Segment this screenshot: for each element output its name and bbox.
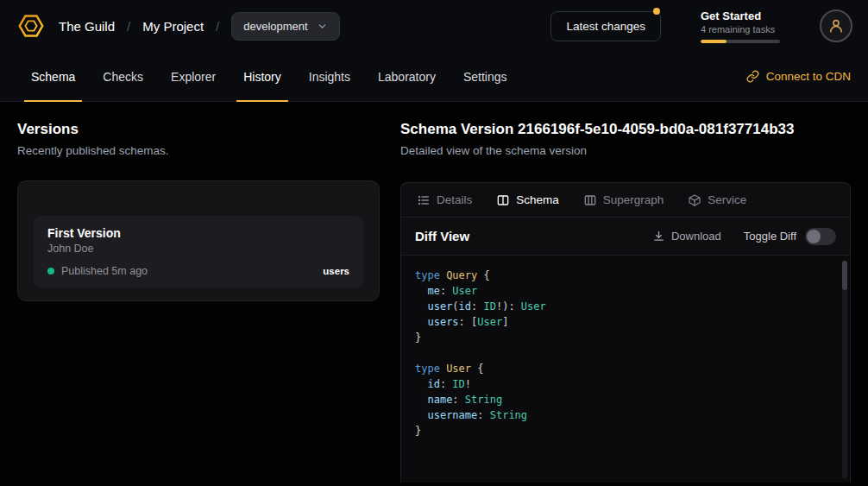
list-icon xyxy=(417,193,431,207)
tab-supergraph[interactable]: Supergraph xyxy=(583,193,664,207)
breadcrumb: The Guild / My Project / development xyxy=(16,10,340,41)
breadcrumb-project[interactable]: My Project xyxy=(142,19,204,34)
code-line: type Query { xyxy=(415,268,836,283)
get-started-progress xyxy=(701,40,780,43)
chevron-down-icon xyxy=(317,21,328,32)
version-status: Published 5m ago xyxy=(61,265,148,277)
service-name-badge: users xyxy=(323,266,349,276)
versions-section: Versions Recently published schemas. Fir… xyxy=(17,102,380,301)
nav-tab-label: Explorer xyxy=(171,70,216,84)
toggle-knob xyxy=(807,230,821,243)
versions-card: First Version John Doe Published 5m ago … xyxy=(17,180,380,301)
download-button[interactable]: Download xyxy=(652,230,721,243)
nav-tab-label: Settings xyxy=(463,70,507,84)
nav-tab-label: History xyxy=(243,70,281,84)
tab-label: Supergraph xyxy=(603,193,664,206)
notification-dot xyxy=(653,8,660,15)
toggle-diff-switch[interactable] xyxy=(805,228,836,245)
tab-label: Schema xyxy=(516,193,559,206)
nav-tab-laboratory[interactable]: Laboratory xyxy=(364,52,450,101)
nav-tab-settings[interactable]: Settings xyxy=(450,52,521,101)
get-started-progress-fill xyxy=(701,40,726,43)
app: The Guild / My Project / development Lat… xyxy=(0,0,868,486)
app-header: The Guild / My Project / development Lat… xyxy=(0,0,868,52)
code-line: me: User xyxy=(415,283,836,299)
service-box-icon xyxy=(688,193,701,207)
code-line: id: ID! xyxy=(415,376,836,392)
version-detail-panel: Details Schema Supergraph xyxy=(400,182,851,483)
hive-logo[interactable] xyxy=(16,10,47,41)
code-line: type User { xyxy=(415,361,836,376)
code-line: name: String xyxy=(415,392,836,407)
sdl-code-viewer: type Query { me: User user(id: ID!): Use… xyxy=(401,256,850,483)
breadcrumb-separator: / xyxy=(127,19,130,34)
version-list-item[interactable]: First Version John Doe Published 5m ago … xyxy=(34,216,363,287)
version-author: John Doe xyxy=(47,243,349,255)
code-scrollbar-thumb[interactable] xyxy=(842,261,847,290)
nav-tab-label: Checks xyxy=(103,70,143,84)
download-icon xyxy=(652,230,665,243)
tab-label: Details xyxy=(437,193,472,206)
nav-tab-history[interactable]: History xyxy=(230,52,295,101)
code-scrollbar[interactable] xyxy=(842,261,847,478)
tab-details[interactable]: Details xyxy=(417,193,472,207)
versions-title: Versions xyxy=(17,121,380,138)
diff-view-title: Diff View xyxy=(415,229,469,243)
published-status-dot xyxy=(47,268,54,275)
version-detail-section: Schema Version 2166196f-5e10-4059-bd0a-0… xyxy=(400,102,851,486)
version-status-row: Published 5m ago users xyxy=(47,265,349,277)
code-line xyxy=(415,345,836,361)
connect-to-cdn-button[interactable]: Connect to CDN xyxy=(746,52,851,101)
user-icon xyxy=(827,17,845,35)
download-label: Download xyxy=(671,230,721,243)
tab-label: Service xyxy=(708,193,746,206)
nav-tab-label: Schema xyxy=(31,70,75,84)
version-name: First Version xyxy=(47,226,349,240)
target-nav: Schema Checks Explorer History Insights … xyxy=(0,52,868,102)
nav-tab-explorer[interactable]: Explorer xyxy=(157,52,230,101)
nav-tab-insights[interactable]: Insights xyxy=(295,52,364,101)
detail-tab-bar: Details Schema Supergraph xyxy=(401,183,850,218)
get-started-widget[interactable]: Get Started 4 remaining tasks xyxy=(701,9,780,43)
code-line: } xyxy=(415,330,836,345)
versions-subtitle: Recently published schemas. xyxy=(17,144,380,157)
tab-service[interactable]: Service xyxy=(688,193,746,207)
supergraph-icon xyxy=(583,193,597,207)
target-selector-dropdown[interactable]: development xyxy=(231,12,339,41)
tab-schema[interactable]: Schema xyxy=(496,193,559,207)
get-started-title: Get Started xyxy=(701,9,780,22)
diff-view-header: Diff View Download Toggle Diff xyxy=(401,218,850,256)
code-line: username: String xyxy=(415,407,836,423)
user-menu-avatar[interactable] xyxy=(820,9,852,42)
code-line: users: [User] xyxy=(415,314,836,330)
target-selector-value: development xyxy=(243,20,307,33)
nav-tab-label: Laboratory xyxy=(378,70,436,84)
get-started-subtitle: 4 remaining tasks xyxy=(701,24,780,35)
header-actions: Latest changes Get Started 4 remaining t… xyxy=(550,9,852,43)
diff-view-actions: Download Toggle Diff xyxy=(652,228,836,245)
sdl-code-lines: type Query { me: User user(id: ID!): Use… xyxy=(415,268,836,439)
code-line: user(id: ID!): User xyxy=(415,299,836,314)
link-icon xyxy=(746,70,759,83)
latest-changes-button[interactable]: Latest changes xyxy=(550,11,661,41)
toggle-diff-control: Toggle Diff xyxy=(744,228,836,245)
nav-tab-schema[interactable]: Schema xyxy=(17,52,89,101)
breadcrumb-org[interactable]: The Guild xyxy=(59,19,115,34)
breadcrumb-separator: / xyxy=(216,19,219,34)
version-detail-subtitle: Detailed view of the schema version xyxy=(400,144,851,157)
connect-to-cdn-label: Connect to CDN xyxy=(766,70,851,83)
version-detail-title: Schema Version 2166196f-5e10-4059-bd0a-0… xyxy=(400,121,851,138)
code-line: } xyxy=(415,423,836,439)
toggle-diff-label: Toggle Diff xyxy=(744,230,796,243)
hive-logo-icon xyxy=(16,11,46,41)
table-columns-icon xyxy=(496,193,510,207)
nav-tab-checks[interactable]: Checks xyxy=(89,52,157,101)
nav-tab-label: Insights xyxy=(309,70,350,84)
